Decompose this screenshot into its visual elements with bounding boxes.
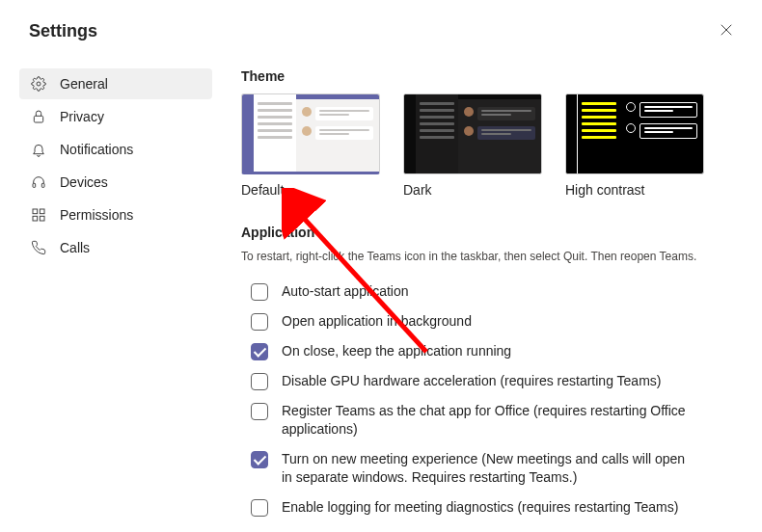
theme-thumbnail-dark [403, 93, 542, 174]
option-diagnostic-logging[interactable]: Enable logging for meeting diagnostics (… [241, 492, 739, 522]
settings-sidebar: General Privacy Notifications Devices Pe… [19, 68, 212, 522]
gear-icon [31, 76, 46, 92]
option-label: On close, keep the application running [282, 342, 511, 360]
checkbox[interactable] [251, 343, 268, 360]
theme-option-default[interactable]: Default [241, 93, 380, 198]
theme-thumbnail-default [241, 93, 380, 174]
theme-thumbnail-high-contrast [565, 93, 704, 174]
sidebar-item-label: Devices [60, 174, 108, 190]
sidebar-item-label: General [60, 76, 108, 92]
option-label: Disable GPU hardware acceleration (requi… [282, 372, 661, 390]
option-auto-start[interactable]: Auto-start application [241, 277, 739, 306]
option-open-background[interactable]: Open application in background [241, 306, 739, 336]
sidebar-item-label: Calls [60, 240, 90, 255]
svg-rect-3 [34, 116, 42, 122]
svg-rect-6 [33, 209, 38, 214]
checkbox[interactable] [251, 313, 268, 331]
svg-rect-4 [33, 183, 36, 187]
option-label: Register Teams as the chat app for Offic… [282, 402, 696, 439]
theme-label: High contrast [565, 182, 704, 198]
close-icon [720, 23, 733, 40]
headset-icon [31, 174, 46, 190]
svg-rect-9 [40, 216, 44, 221]
sidebar-item-permissions[interactable]: Permissions [19, 200, 212, 230]
settings-main: Theme Default [212, 68, 762, 522]
option-label: Turn on new meeting experience (New meet… [282, 450, 696, 487]
bell-icon [31, 142, 46, 157]
checkbox[interactable] [251, 499, 268, 517]
page-title: Settings [29, 21, 97, 41]
phone-icon [31, 240, 46, 255]
lock-icon [31, 109, 46, 124]
option-label: Auto-start application [282, 282, 409, 301]
option-new-meeting-experience[interactable]: Turn on new meeting experience (New meet… [241, 444, 739, 492]
option-disable-gpu[interactable]: Disable GPU hardware acceleration (requi… [241, 366, 739, 396]
sidebar-item-label: Privacy [60, 109, 104, 124]
close-button[interactable] [714, 17, 739, 45]
option-label: Open application in background [282, 312, 472, 331]
settings-header: Settings [0, 0, 762, 68]
theme-option-dark[interactable]: Dark [403, 93, 542, 198]
svg-point-2 [37, 82, 41, 86]
application-hint: To restart, right-click the Teams icon i… [241, 250, 739, 263]
svg-rect-8 [33, 216, 38, 221]
theme-label: Default [241, 182, 380, 198]
svg-rect-7 [40, 209, 44, 214]
checkbox[interactable] [251, 373, 268, 390]
apps-icon [31, 207, 46, 223]
sidebar-item-calls[interactable]: Calls [19, 232, 212, 263]
checkbox[interactable] [251, 403, 268, 420]
theme-label: Dark [403, 182, 542, 198]
option-keep-running[interactable]: On close, keep the application running [241, 336, 739, 366]
sidebar-item-label: Notifications [60, 142, 133, 157]
option-register-chat-app[interactable]: Register Teams as the chat app for Offic… [241, 396, 739, 444]
option-label: Enable logging for meeting diagnostics (… [282, 498, 678, 517]
svg-rect-5 [41, 183, 44, 187]
theme-section-title: Theme [241, 68, 739, 84]
sidebar-item-notifications[interactable]: Notifications [19, 134, 212, 165]
sidebar-item-general[interactable]: General [19, 68, 212, 99]
theme-option-high-contrast[interactable]: High contrast [565, 93, 704, 198]
sidebar-item-privacy[interactable]: Privacy [19, 101, 212, 132]
theme-options: Default Dark [241, 93, 739, 198]
checkbox[interactable] [251, 451, 268, 468]
sidebar-item-devices[interactable]: Devices [19, 167, 212, 198]
sidebar-item-label: Permissions [60, 207, 133, 223]
application-section-title: Application [241, 225, 739, 240]
checkbox[interactable] [251, 283, 268, 301]
